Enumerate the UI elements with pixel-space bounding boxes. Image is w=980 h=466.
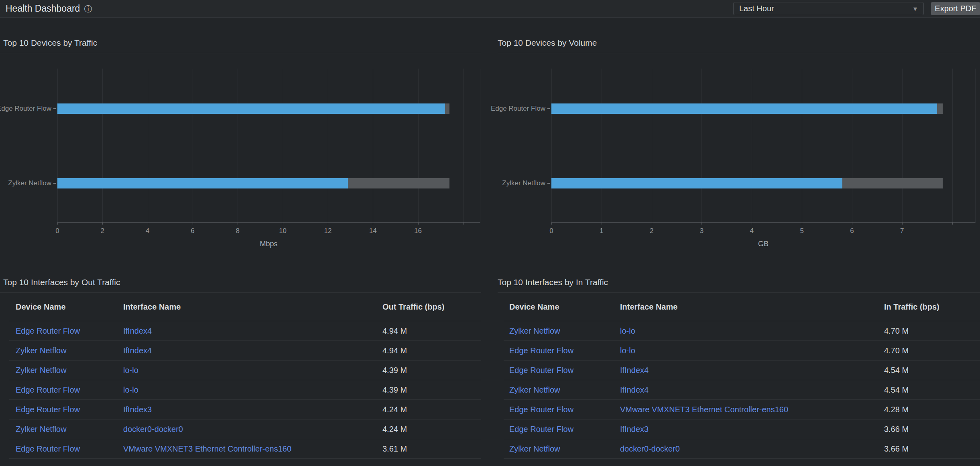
table-row: Zylker Netflowlo-lo4.39 M xyxy=(9,361,481,380)
table-row: Zylker Netflowdocker0-docker04.24 M xyxy=(9,419,481,439)
gridline xyxy=(952,69,953,222)
table-row: Edge Router Flowlo-lo4.39 M xyxy=(9,380,481,400)
axis-tick-label: 4 xyxy=(750,227,754,235)
interface-link[interactable]: IfIndex4 xyxy=(620,385,649,395)
device-link[interactable]: Edge Router Flow xyxy=(509,366,573,375)
interface-link[interactable]: IfIndex4 xyxy=(123,346,152,355)
axis-tick xyxy=(193,222,193,225)
device-link[interactable]: Zylker Netflow xyxy=(16,425,67,434)
category-label: Edge Router Flow xyxy=(491,105,550,113)
axis-unit-label: GB xyxy=(758,240,769,248)
gridline xyxy=(373,69,373,222)
bar-segment-remainder[interactable] xyxy=(842,178,943,188)
device-link[interactable]: Zylker Netflow xyxy=(509,385,560,395)
traffic-value: 3.66 M xyxy=(884,444,909,454)
category-label: Zylker Netflow xyxy=(8,179,56,187)
bar-segment-remainder[interactable] xyxy=(937,103,943,114)
gridline xyxy=(602,69,602,222)
device-link[interactable]: Zylker Netflow xyxy=(16,346,67,355)
device-link[interactable]: Edge Router Flow xyxy=(16,326,80,336)
axis-tick xyxy=(418,222,419,225)
axis-tick xyxy=(102,222,103,225)
axis-tick xyxy=(57,222,58,225)
device-link[interactable]: Zylker Netflow xyxy=(509,326,560,336)
interface-link[interactable]: IfIndex3 xyxy=(620,425,649,434)
bar-segment-value[interactable] xyxy=(57,103,445,114)
interface-link[interactable]: docker0-docker0 xyxy=(123,425,183,434)
interface-link[interactable]: lo-lo xyxy=(620,346,635,355)
table-row: Zylker Netflowlo-lo4.70 M xyxy=(504,321,980,341)
axis-tick xyxy=(752,222,752,225)
gridline xyxy=(902,69,903,222)
axis-tick-label: 7 xyxy=(900,227,904,235)
interface-link[interactable]: lo-lo xyxy=(123,385,138,395)
out-traffic-table: Device Name Interface Name Out Traffic (… xyxy=(9,292,481,459)
axis-tick xyxy=(802,222,802,225)
gridline xyxy=(283,69,283,222)
device-link[interactable]: Edge Router Flow xyxy=(16,385,80,395)
axis-tick-label: 0 xyxy=(549,227,553,235)
traffic-value: 4.39 M xyxy=(382,366,407,375)
gridline xyxy=(238,69,238,222)
info-icon[interactable]: ⓘ xyxy=(84,5,92,13)
axis-tick xyxy=(602,222,602,225)
bar-track xyxy=(57,103,480,114)
bar-segment-value[interactable] xyxy=(551,178,842,188)
device-link[interactable]: Edge Router Flow xyxy=(509,405,573,414)
page-title-wrap: Health Dashboard ⓘ xyxy=(6,0,92,17)
table-row: Edge Router FlowIfIndex44.54 M xyxy=(504,361,980,380)
in-traffic-table: Device Name Interface Name In Traffic (b… xyxy=(504,292,980,459)
gridline xyxy=(193,69,193,222)
page-title: Health Dashboard xyxy=(6,3,80,14)
table-header-row: Device Name Interface Name Out Traffic (… xyxy=(9,292,481,321)
axis-tick xyxy=(463,222,464,225)
axis-tick-label: 3 xyxy=(700,227,703,235)
axis-tick xyxy=(551,222,552,225)
traffic-value: 4.24 M xyxy=(382,425,407,434)
axis-tick-label: 1 xyxy=(600,227,603,235)
bar-segment-value[interactable] xyxy=(57,178,348,188)
device-link[interactable]: Edge Router Flow xyxy=(16,405,80,414)
table-header-row: Device Name Interface Name In Traffic (b… xyxy=(504,292,980,321)
bar-track xyxy=(551,103,975,114)
axis-tick-label: 5 xyxy=(800,227,803,235)
bar-track xyxy=(57,178,480,188)
gridline xyxy=(701,69,702,222)
bar-segment-value[interactable] xyxy=(551,103,937,114)
axis-tick-label: 12 xyxy=(324,227,331,235)
interface-link[interactable]: lo-lo xyxy=(123,366,138,375)
axis-tick xyxy=(652,222,652,225)
interface-link[interactable]: IfIndex4 xyxy=(123,326,152,336)
gridline xyxy=(551,69,552,222)
traffic-value: 4.70 M xyxy=(884,346,909,355)
axis-tick xyxy=(952,222,953,225)
top-bar: Health Dashboard ⓘ Last Hour ▾ Export PD… xyxy=(0,0,980,18)
device-link[interactable]: Zylker Netflow xyxy=(16,366,67,375)
table-row: Zylker NetflowIfIndex44.94 M xyxy=(9,341,481,361)
device-link[interactable]: Edge Router Flow xyxy=(16,444,80,454)
interface-link[interactable]: VMware VMXNET3 Ethernet Controller-ens16… xyxy=(620,405,788,414)
export-pdf-button[interactable]: Export PDF xyxy=(931,2,980,15)
category-label: Zylker Netflow xyxy=(502,179,550,187)
gridline xyxy=(102,69,103,222)
traffic-value: 3.66 M xyxy=(884,425,909,434)
bar-segment-remainder[interactable] xyxy=(348,178,449,188)
interface-link[interactable]: lo-lo xyxy=(620,326,635,336)
interface-link[interactable]: docker0-docker0 xyxy=(620,444,680,454)
axis-tick-label: 14 xyxy=(369,227,377,235)
time-range-value: Last Hour xyxy=(739,4,774,13)
time-range-select[interactable]: Last Hour ▾ xyxy=(733,2,924,15)
interface-link[interactable]: VMware VMXNET3 Ethernet Controller-ens16… xyxy=(123,444,291,454)
device-link[interactable]: Zylker Netflow xyxy=(509,444,560,454)
traffic-value: 4.39 M xyxy=(382,385,407,395)
interface-link[interactable]: IfIndex4 xyxy=(620,366,649,375)
table-title-out-traffic: Top 10 Interfaces by Out Traffic xyxy=(3,278,120,287)
device-link[interactable]: Edge Router Flow xyxy=(509,425,573,434)
bar-segment-remainder[interactable] xyxy=(445,103,449,114)
column-header-in-traffic: In Traffic (bps) xyxy=(884,302,939,311)
device-link[interactable]: Edge Router Flow xyxy=(509,346,573,355)
interface-link[interactable]: IfIndex3 xyxy=(123,405,152,414)
traffic-value: 4.54 M xyxy=(884,366,909,375)
column-header-device: Device Name xyxy=(16,302,66,311)
axis-tick-label: 6 xyxy=(850,227,854,235)
